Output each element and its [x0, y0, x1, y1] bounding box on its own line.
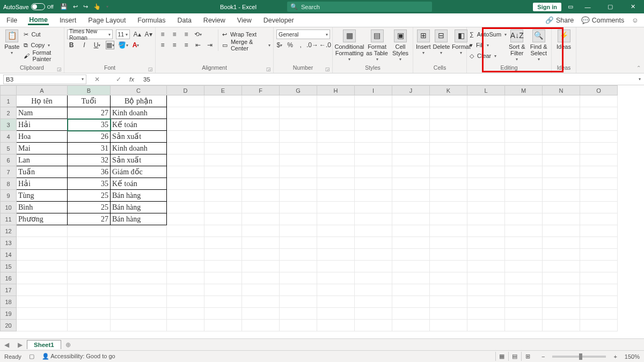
tab-page-layout[interactable]: Page Layout	[87, 16, 127, 25]
cell[interactable]	[204, 119, 242, 131]
cell[interactable]	[392, 272, 430, 284]
decrease-font-icon[interactable]: A▾	[144, 30, 152, 39]
cell[interactable]: 27	[68, 107, 111, 119]
cell-styles-button[interactable]: ▣Cell Styles▾	[391, 29, 410, 62]
cell[interactable]	[355, 107, 392, 119]
cell[interactable]	[355, 272, 392, 284]
cell[interactable]	[167, 143, 204, 154]
row-header[interactable]: 18	[1, 296, 17, 308]
cell[interactable]: Nam	[17, 107, 68, 119]
cell[interactable]	[467, 296, 505, 308]
spreadsheet-grid[interactable]: ABCDEFGHIJKLMNO1Họ tênTuổiBộ phận2Nam27K…	[0, 85, 644, 338]
cell[interactable]	[355, 296, 392, 308]
cell[interactable]	[204, 131, 242, 143]
tab-review[interactable]: Review	[202, 16, 226, 25]
collapse-ribbon-icon[interactable]: ⌃	[636, 65, 641, 71]
cell[interactable]	[204, 284, 242, 296]
cell[interactable]	[167, 107, 204, 119]
cell[interactable]: 25	[68, 190, 111, 202]
cell[interactable]: Họ tên	[17, 95, 68, 107]
percent-icon[interactable]: %	[287, 41, 294, 49]
cell[interactable]	[392, 225, 430, 237]
align-left-icon[interactable]: ≡	[158, 41, 167, 49]
cell[interactable]	[430, 119, 467, 131]
cell[interactable]	[392, 261, 430, 272]
cell[interactable]	[580, 143, 618, 154]
column-header[interactable]: F	[242, 86, 280, 95]
cell[interactable]	[580, 178, 618, 190]
cell[interactable]: Kinh doanh	[111, 143, 167, 154]
cell[interactable]	[355, 119, 392, 131]
share-button[interactable]: 🔗 Share	[545, 16, 574, 24]
row-header[interactable]: 13	[1, 237, 17, 249]
row-header[interactable]: 16	[1, 272, 17, 284]
cell[interactable]	[204, 308, 242, 320]
cell[interactable]	[543, 202, 580, 213]
cell[interactable]	[167, 320, 204, 331]
sheet-tab[interactable]: Sheet1	[27, 340, 61, 349]
cell[interactable]	[392, 320, 430, 331]
cell[interactable]	[430, 261, 467, 272]
cell[interactable]	[543, 131, 580, 143]
cell[interactable]	[505, 131, 543, 143]
cell[interactable]	[355, 95, 392, 107]
cell[interactable]	[204, 107, 242, 119]
borders-icon[interactable]: ▦▾	[106, 41, 114, 49]
cell[interactable]: Mai	[17, 143, 68, 154]
cell[interactable]	[17, 296, 68, 308]
enter-edit-icon[interactable]: ✓	[116, 76, 121, 83]
tab-view[interactable]: View	[236, 16, 253, 25]
cell[interactable]	[317, 95, 355, 107]
formula-input[interactable]: 35	[140, 76, 639, 83]
cell[interactable]	[204, 178, 242, 190]
cell[interactable]	[204, 166, 242, 178]
cell[interactable]	[317, 225, 355, 237]
cell[interactable]	[167, 213, 204, 225]
fx-icon[interactable]: fx	[129, 76, 140, 83]
cell[interactable]	[467, 249, 505, 261]
cell[interactable]	[317, 308, 355, 320]
cell[interactable]	[204, 95, 242, 107]
cell[interactable]	[543, 320, 580, 331]
accounting-icon[interactable]: $▾	[276, 41, 283, 49]
cell[interactable]	[505, 296, 543, 308]
column-header[interactable]: J	[392, 86, 430, 95]
cell[interactable]	[280, 166, 317, 178]
cell[interactable]	[392, 237, 430, 249]
cell[interactable]	[242, 143, 280, 154]
cell[interactable]	[317, 296, 355, 308]
accessibility-status[interactable]: 👤 Accessibility: Good to go	[42, 353, 115, 360]
merge-center-button[interactable]: ▭Merge & Center ▾	[222, 40, 270, 50]
cell[interactable]	[242, 261, 280, 272]
cell[interactable]	[543, 261, 580, 272]
cell[interactable]	[543, 107, 580, 119]
cell[interactable]	[580, 272, 618, 284]
cell[interactable]	[317, 284, 355, 296]
cell[interactable]	[505, 249, 543, 261]
cell[interactable]	[580, 284, 618, 296]
cell[interactable]	[392, 154, 430, 166]
cell[interactable]	[204, 225, 242, 237]
cell[interactable]	[355, 225, 392, 237]
cell[interactable]	[167, 131, 204, 143]
cell[interactable]	[317, 237, 355, 249]
save-icon[interactable]: 💾	[60, 3, 68, 10]
cell[interactable]	[68, 284, 111, 296]
add-sheet-icon[interactable]: ⊕	[65, 341, 71, 349]
cell[interactable]: Phương	[17, 213, 68, 225]
cell[interactable]	[242, 119, 280, 131]
cell[interactable]	[580, 119, 618, 131]
cell[interactable]	[467, 154, 505, 166]
cell[interactable]	[204, 296, 242, 308]
cell[interactable]	[242, 131, 280, 143]
cell[interactable]	[242, 178, 280, 190]
sheet-nav-next-icon[interactable]: ▶	[18, 341, 23, 349]
cell[interactable]	[280, 320, 317, 331]
cell[interactable]	[580, 154, 618, 166]
cell[interactable]	[580, 320, 618, 331]
name-box[interactable]: B3▾	[3, 75, 86, 84]
cell[interactable]	[280, 143, 317, 154]
cell[interactable]	[505, 178, 543, 190]
cell[interactable]	[17, 320, 68, 331]
cell[interactable]	[280, 154, 317, 166]
